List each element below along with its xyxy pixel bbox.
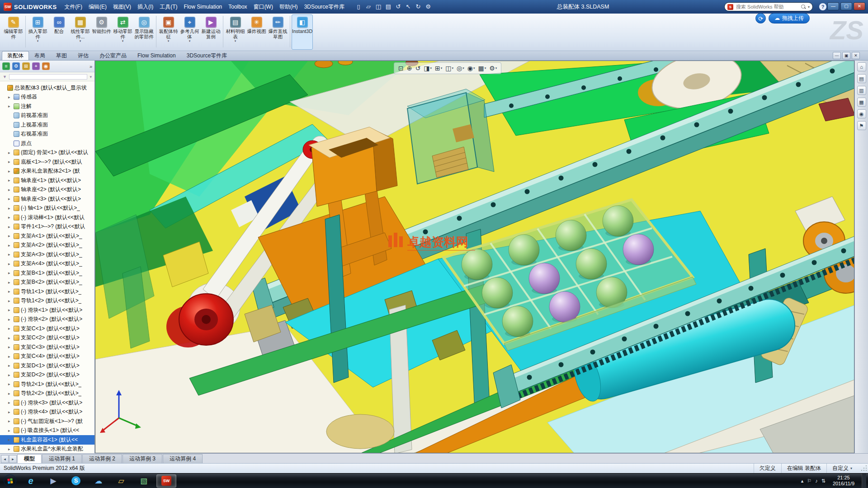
tree-expander-icon[interactable]: ▸ (8, 280, 12, 285)
taskbar-solidworks[interactable]: SW (156, 474, 176, 488)
taskbar-3dsource-cloud[interactable]: ☁ (89, 474, 108, 488)
configurationmanager-tab[interactable]: ⊞ (22, 62, 30, 70)
filter-field[interactable] (9, 74, 88, 80)
view-palette-tab[interactable]: ▦ (857, 98, 866, 107)
menubar-item[interactable]: 窗口(W) (250, 0, 276, 14)
minimize-button[interactable]: — (827, 2, 839, 10)
print-button-icon[interactable]: ▤ (384, 2, 393, 11)
insert-components-button[interactable]: ⊞插入零部件▾ (27, 14, 48, 50)
display-style-icon[interactable]: ◫▾ (444, 65, 455, 72)
tree-item[interactable]: ▸底板<1>-->? (默认<<默认 (0, 157, 94, 167)
design-library-tab[interactable]: ▤ (857, 74, 866, 83)
tree-item[interactable]: ▸支架D<2> (默认<<默认> (0, 371, 94, 380)
tree-item[interactable]: ▸水果礼盒盖^水果礼盒装配 (0, 445, 94, 454)
tree-item[interactable]: ▸支架A<4> (默认<<默认>_ (0, 259, 94, 269)
tree-item[interactable]: ▸水果礼盒装配体2<1> (默 (0, 167, 94, 176)
featuremanager-filter[interactable]: ▼ ▾ (0, 72, 94, 81)
undo-button-icon[interactable]: ↺ (394, 2, 403, 11)
taskbar-file-explorer[interactable]: ▱ (111, 474, 131, 488)
maximize-button[interactable]: ▢ (840, 2, 852, 10)
rebuild-button-icon[interactable]: ↻ (414, 2, 423, 11)
close-button[interactable]: ✕ (854, 2, 865, 10)
tree-expander-icon[interactable]: ▸ (8, 289, 12, 294)
menubar-item[interactable]: 视图(V) (110, 0, 134, 14)
menubar-item[interactable]: 文件(F) (61, 0, 85, 14)
tree-item[interactable]: 总装配体3 (默认<默认_显示状 (0, 83, 94, 93)
tree-expander-icon[interactable]: ▸ (8, 169, 12, 174)
tree-expander-icon[interactable]: ▸ (8, 160, 12, 164)
tree-expander-icon[interactable]: ▸ (8, 391, 12, 396)
tree-expander-icon[interactable]: ▸ (8, 382, 12, 386)
tree-item[interactable]: ▸轴承座<3> (默认<<默认> (0, 194, 94, 204)
search-caret-icon[interactable]: ▾ (808, 5, 810, 9)
tree-item[interactable]: ▸零件1<1>-->? (默认<<默认 (0, 222, 94, 232)
file-explorer-tab[interactable]: ▥ (857, 86, 866, 95)
commandmanager-tab[interactable]: 办公室产品 (94, 51, 132, 60)
apply-scene-icon[interactable]: ▦▾ (476, 65, 487, 72)
tree-item[interactable]: ▸支架D<1> (默认<<默认> (0, 361, 94, 371)
view-orientation-icon[interactable]: ⊞▾ (434, 65, 443, 72)
tray-action-center-icon[interactable]: ⚐ (807, 478, 811, 484)
tree-expander-icon[interactable]: ▸ (8, 336, 12, 340)
search-icon[interactable] (801, 4, 806, 9)
new-motion-study-button[interactable]: ▶新建运动算例 (200, 14, 222, 50)
start-button[interactable] (4, 474, 16, 487)
taskbar-media-player[interactable]: ▶ (43, 474, 63, 488)
upload-sync-icon[interactable]: ⟳ (755, 13, 766, 23)
tree-expander-icon[interactable]: ▸ (8, 243, 12, 248)
tree-expander-icon[interactable]: ▸ (8, 252, 12, 257)
model-tab[interactable]: 模型 (17, 454, 42, 463)
tree-item[interactable]: 上视基准面 (0, 120, 94, 130)
tree-expander-icon[interactable]: ▸ (8, 206, 12, 211)
commandmanager-tab[interactable]: 草图 (51, 51, 72, 60)
tree-expander-icon[interactable]: ▸ (8, 419, 12, 423)
doc-restore-button[interactable]: ▣ (842, 52, 850, 59)
search-input[interactable] (735, 4, 799, 10)
doc-close-button[interactable]: ✕ (852, 52, 860, 59)
tree-item[interactable]: ▸支架C<4> (默认<<默认> (0, 352, 94, 361)
explode-line-sketch-button[interactable]: ✏爆炸直线草图 (267, 14, 288, 50)
tree-expander-icon[interactable]: ▸ (8, 437, 12, 442)
doc-minimize-button[interactable]: — (833, 52, 841, 59)
options-button-icon[interactable]: ⚙ (424, 2, 433, 11)
commandmanager-tab[interactable]: 3DSource零件库 (181, 51, 232, 60)
appearances-scenes-tab[interactable]: ◉ (857, 109, 866, 118)
exploded-view-button[interactable]: ✳爆炸视图 (246, 14, 267, 50)
tree-item[interactable]: 右视基准面 (0, 130, 94, 139)
tab-scroll-left-button[interactable]: ◂ (1, 455, 9, 463)
instant3d-button[interactable]: ◧Instant3D (292, 14, 313, 50)
tree-expander-icon[interactable]: ▸ (8, 317, 12, 322)
tree-item[interactable]: ▸传感器 (0, 93, 94, 102)
section-view-icon[interactable]: ◨▾ (422, 65, 433, 72)
tree-item[interactable]: ▸支架A<1> (默认<<默认>_ (0, 231, 94, 241)
edit-component-button[interactable]: ✎编辑零部件 (3, 14, 24, 50)
tree-expander-icon[interactable]: ▸ (8, 225, 12, 229)
tree-item[interactable]: ▸支架B<1> (默认<<默认>_ (0, 268, 94, 278)
graphics-area[interactable]: 卓越资料网 ⊡⊕↺◨▾⊞▾◫▾◎▾◉▾▦▾⚙▾ (95, 61, 854, 453)
tree-item[interactable]: ▸支架B<2> (默认<<默认>_ (0, 278, 94, 287)
3d-scene[interactable]: 卓越资料网 (95, 61, 854, 453)
menubar-item[interactable]: 3DSource零件库 (301, 0, 348, 14)
open-button-icon[interactable]: ▱ (364, 2, 373, 11)
taskbar-skype[interactable]: S (66, 474, 86, 488)
tree-item[interactable]: ▸礼盒盖容器<1> (默认<< (0, 435, 94, 445)
tree-expander-icon[interactable]: ▸ (8, 178, 12, 183)
tree-expander-icon[interactable]: ▸ (8, 308, 12, 312)
tree-expander-icon[interactable]: ▸ (8, 299, 12, 303)
zoom-to-fit-icon[interactable]: ⊡ (397, 65, 405, 72)
commandmanager-tab[interactable]: 装配体 (2, 51, 29, 60)
model-tab[interactable]: 运动算例 2 (82, 454, 122, 463)
tree-item[interactable]: ▸导轨1<1> (默认<<默认>_ (0, 287, 94, 296)
tree-expander-icon[interactable]: ▸ (8, 410, 12, 414)
tree-item[interactable]: ▸注解 (0, 102, 94, 111)
commandmanager-tab[interactable]: 布局 (29, 51, 51, 60)
select-tool-button-icon[interactable]: ↖ (404, 2, 413, 11)
tray-volume-icon[interactable]: ♪ (815, 478, 818, 483)
tree-item[interactable]: ▸(-) 滑块<1> (默认<<默认> (0, 305, 94, 315)
zoom-to-area-icon[interactable]: ⊕ (406, 65, 414, 72)
tree-item[interactable]: ▸(-) 气缸固定板<1>-->? (默 (0, 417, 94, 426)
tree-item[interactable]: ▸导轨2<2> (默认<<默认>_ (0, 389, 94, 399)
tree-expander-icon[interactable]: ▸ (8, 447, 12, 451)
edit-appearance-icon[interactable]: ◉▾ (466, 65, 476, 72)
tree-expander-icon[interactable]: ▸ (8, 428, 12, 433)
